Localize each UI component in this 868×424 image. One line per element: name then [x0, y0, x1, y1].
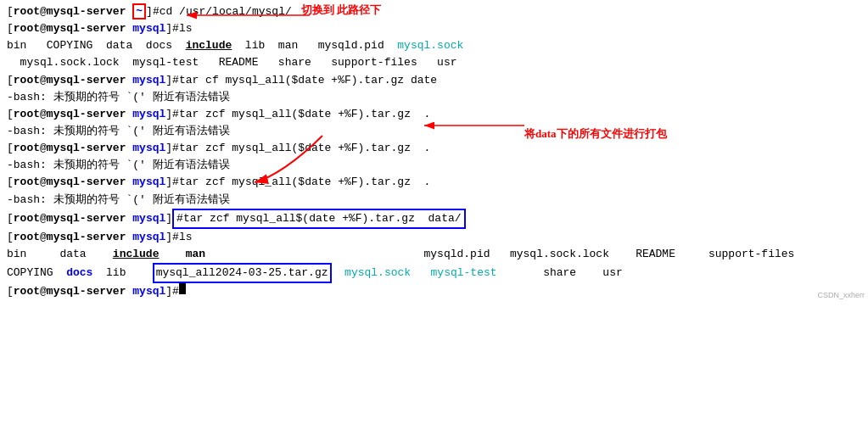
- ls2-spacer5: [411, 265, 430, 282]
- ls2-share: share usr: [543, 265, 623, 282]
- error-text-1: -bash: 未预期的符号 `(' 附近有语法错误: [7, 89, 230, 106]
- line-8: [root@mysql-server mysql]#tar zcf mysql_…: [7, 140, 861, 157]
- prompt-16: [root@mysql-server mysql]: [7, 283, 172, 300]
- cmd-13: #ls: [172, 229, 192, 246]
- error-text-4: -bash: 未预期的符号 `(' 附近有语法错误: [7, 192, 230, 209]
- ls2-mysqltest: mysql-test: [431, 265, 497, 282]
- prompt-12: [root@mysql-server mysql]: [7, 210, 172, 227]
- prompt-4: [root@mysql-server mysql]: [7, 72, 172, 89]
- ls2-include: include: [113, 246, 160, 263]
- line-10: [root@mysql-server mysql]#tar zcf mysql_…: [7, 174, 861, 191]
- error-text-2: -bash: 未预期的符号 `(' 附近有语法错误: [7, 123, 230, 140]
- line-13: [root@mysql-server mysql]#ls: [7, 229, 861, 246]
- prompt-13: [root@mysql-server mysql]: [7, 229, 172, 246]
- ls2-spacer2: mysqld.pid mysql.sock.lock README suppor…: [205, 246, 794, 263]
- cmd-6: #tar zcf mysql_all($date +%F).tar.gz .: [172, 106, 430, 123]
- ls2-copying: COPYING: [7, 265, 66, 282]
- ls2-man: man: [186, 246, 205, 263]
- prompt-1: [root@mysql-server ~]: [7, 3, 153, 20]
- line-12: [root@mysql-server mysql]#tar zcf mysql_…: [7, 209, 861, 229]
- annotation-switch-dir: 切换到 此路径下: [301, 2, 381, 19]
- ls2-spacer3: lib: [92, 265, 152, 282]
- error-3: -bash: 未预期的符号 `(' 附近有语法错误: [7, 157, 861, 174]
- error-2: -bash: 未预期的符号 `(' 附近有语法错误: [7, 123, 861, 140]
- ls2-tarfile: mysql_all2024-03-25.tar.gz: [153, 263, 332, 283]
- prompt-8: [root@mysql-server mysql]: [7, 140, 172, 157]
- ls-output-row1: bin data include man mysqld.pid mysql.so…: [7, 246, 861, 263]
- error-1: -bash: 未预期的符号 `(' 附近有语法错误: [7, 89, 861, 106]
- prompt-10: [root@mysql-server mysql]: [7, 174, 172, 191]
- error-4: -bash: 未预期的符号 `(' 附近有语法错误: [7, 192, 861, 209]
- cmd-12: #tar zcf mysql_all$(date +%F).tar.gz dat…: [172, 209, 465, 229]
- error-text-3: -bash: 未预期的符号 `(' 附近有语法错误: [7, 157, 230, 174]
- cursor: [179, 283, 186, 294]
- terminal: [root@mysql-server ~]#cd /usr/local/mysq…: [0, 0, 868, 304]
- ls-output-1: bin COPYING data docs include lib man my…: [7, 37, 861, 71]
- line-6: [root@mysql-server mysql]#tar zcf mysql_…: [7, 106, 861, 123]
- prompt-2: [root@mysql-server mysql]: [7, 20, 172, 37]
- cmd-4: #tar cf mysql_all($date +%F).tar.gz date: [172, 72, 437, 89]
- watermark: CSDN_xxherr: [817, 290, 865, 302]
- ls2-spacer6: [497, 265, 544, 282]
- line-1: [root@mysql-server ~]#cd /usr/local/mysq…: [7, 3, 861, 20]
- ls-output-row2: COPYING docs lib mysql_all2024-03-25.tar…: [7, 263, 861, 283]
- ls2-bin: bin data: [7, 246, 113, 263]
- ls2-docs: docs: [66, 265, 92, 282]
- cmd-2: #ls: [172, 20, 192, 37]
- cmd-1: #cd /usr/local/mysql/: [153, 3, 292, 20]
- annotation-pack-data: 将data下的所有文件进行打包: [524, 126, 667, 142]
- ls2-spacer1: [159, 246, 185, 263]
- ls-rest1: lib man mysqld.pid: [232, 37, 397, 54]
- ls-bin: bin COPYING data docs: [7, 37, 186, 54]
- ls-include: include: [186, 37, 232, 54]
- ls-rest2: mysql.sock.lock mysql-test README share …: [7, 54, 457, 71]
- cmd-16: #: [172, 283, 179, 300]
- ls2-spacer4: [332, 265, 345, 282]
- line-16: [root@mysql-server mysql]#: [7, 283, 861, 300]
- line-2: [root@mysql-server mysql]#ls: [7, 20, 861, 37]
- ls-sock: mysql.sock: [397, 37, 463, 54]
- ls2-sock: mysql.sock: [344, 265, 411, 282]
- prompt-6: [root@mysql-server mysql]: [7, 106, 172, 123]
- cmd-10: #tar zcf mysql_all($date +%F).tar.gz .: [172, 174, 430, 191]
- cmd-8: #tar zcf mysql_all($date +%F).tar.gz .: [172, 140, 430, 157]
- line-4: [root@mysql-server mysql]#tar cf mysql_a…: [7, 72, 861, 89]
